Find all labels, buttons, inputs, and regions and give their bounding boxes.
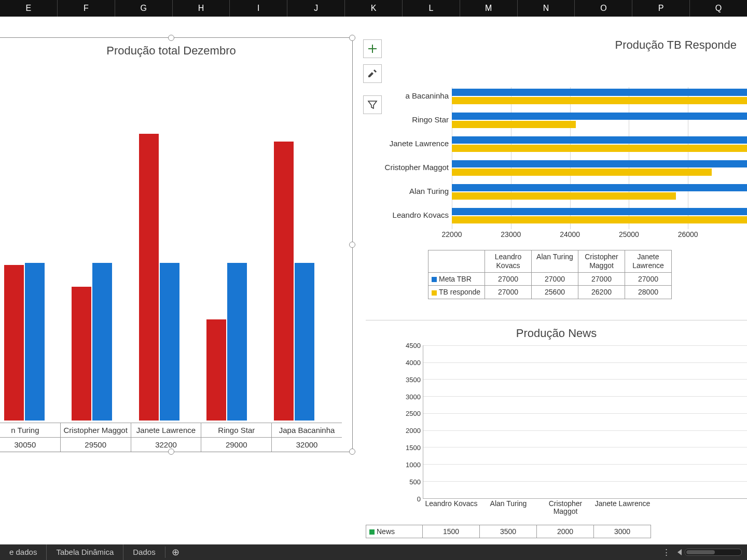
chart-plot-area[interactable] (423, 345, 747, 499)
data-value: 29000 (201, 438, 272, 452)
bar-tb-responde[interactable] (452, 169, 712, 176)
table-header (428, 250, 485, 273)
worksheet-area[interactable]: Produção total Dezembro (0, 17, 747, 544)
category-label: a Bacaninha (371, 91, 449, 100)
col-header[interactable]: E (0, 0, 58, 17)
col-header[interactable]: O (575, 0, 632, 17)
bar-series1[interactable] (4, 265, 24, 421)
chart-title: Produção News (366, 323, 747, 341)
legend-entry: Meta TBR (428, 273, 485, 286)
chart-title: Produção total Dezembro (0, 38, 352, 61)
col-header[interactable]: L (403, 0, 460, 17)
bar-tb-responde[interactable] (452, 97, 747, 104)
table-header: Leandro Kovacs (485, 250, 532, 273)
col-header[interactable]: N (518, 0, 575, 17)
sheet-tab-bar: e dados Tabela Dinâmica Dados ⊕ ⋮ (0, 544, 747, 560)
chart-title: Produção TB Responde (366, 38, 747, 52)
bar-meta-tbr[interactable] (452, 160, 747, 167)
col-header[interactable]: Q (690, 0, 747, 17)
data-value: 30050 (0, 438, 61, 452)
bar-tb-responde[interactable] (452, 121, 576, 128)
data-value: 26200 (578, 286, 625, 299)
category-label: Janete Lawrence (371, 139, 449, 148)
data-value: 2000 (537, 525, 594, 538)
resize-handle[interactable] (349, 449, 355, 455)
scroll-left-button[interactable] (677, 549, 682, 555)
col-header[interactable]: J (287, 0, 345, 17)
bar-meta-tbr[interactable] (452, 89, 747, 96)
col-header[interactable]: K (345, 0, 403, 17)
new-sheet-button[interactable]: ⊕ (165, 547, 186, 558)
bar-series2[interactable] (295, 263, 314, 421)
col-header[interactable]: F (58, 0, 115, 17)
x-axis-labels: Leandro Kovacs Alan Turing Cristopher Ma… (423, 500, 747, 517)
data-value: 1500 (423, 525, 480, 538)
chart-producao-news[interactable]: Produção News 450040003500 300025002000 … (366, 320, 747, 544)
category-label: Cristopher Maggot (61, 423, 131, 437)
category-label: Leandro Kovacs (371, 211, 449, 219)
bar-series2[interactable] (25, 263, 45, 421)
bar-series2[interactable] (160, 263, 179, 421)
col-header[interactable]: I (230, 0, 287, 17)
chart-producao-tb-responde[interactable]: Produção TB Responde a Bacaninha Ringo S… (366, 38, 747, 313)
sheet-tab[interactable]: Dados (123, 544, 164, 560)
col-header[interactable]: P (632, 0, 690, 17)
data-value: 27000 (578, 273, 625, 286)
data-value: 3500 (480, 525, 537, 538)
resize-handle[interactable] (349, 35, 355, 41)
category-label: Cristopher Maggot (371, 163, 449, 172)
bar-series1[interactable] (206, 319, 226, 421)
data-value: 27000 (485, 273, 532, 286)
resize-handle[interactable] (349, 242, 355, 248)
chart-data-table: Leandro Kovacs Alan Turing Cristopher Ma… (428, 250, 747, 299)
category-label: n Turing (0, 423, 61, 437)
category-label: Ringo Star (201, 423, 272, 437)
chart-data-table: News 1500 3500 2000 3000 (366, 525, 747, 538)
bar-meta-tbr[interactable] (452, 136, 747, 144)
data-value: 3000 (594, 525, 651, 538)
x-axis-ticks: 22000 23000 24000 25000 26000 (452, 230, 747, 242)
data-value: 27000 (485, 286, 532, 299)
data-value: 32200 (131, 438, 202, 452)
bar-meta-tbr[interactable] (452, 113, 747, 120)
category-label: Japa Bacaninha (272, 423, 342, 437)
legend-entry: TB responde (428, 286, 485, 299)
table-header: Alan Turing (532, 250, 578, 273)
category-label: Alan Turing (371, 187, 449, 195)
resize-handle[interactable] (168, 35, 174, 41)
table-header: Janete Lawrence (625, 250, 672, 273)
data-value: 29500 (61, 438, 131, 452)
table-header: Cristopher Maggot (578, 250, 625, 273)
data-value: 27000 (532, 273, 578, 286)
data-value: 32000 (272, 438, 342, 452)
bar-series2[interactable] (92, 263, 112, 421)
bar-series1[interactable] (72, 287, 91, 421)
bar-meta-tbr[interactable] (452, 184, 747, 191)
category-label: Ringo Star (371, 115, 449, 124)
legend-entry: News (366, 525, 423, 538)
bar-tb-responde[interactable] (452, 192, 676, 200)
bar-series1[interactable] (274, 142, 294, 421)
chart-plot-area[interactable] (0, 69, 342, 421)
sheet-tab[interactable]: Tabela Dinâmica (46, 544, 123, 560)
sheet-tab[interactable]: e dados (0, 544, 46, 560)
bar-meta-tbr[interactable] (452, 208, 747, 215)
bar-series1[interactable] (139, 134, 159, 421)
chart-producao-total[interactable]: Produção total Dezembro (0, 37, 353, 452)
bar-tb-responde[interactable] (452, 216, 747, 223)
category-label: Janete Lawrence (131, 423, 202, 437)
chart-data-table: n Turing Cristopher Maggot Janete Lawren… (0, 423, 342, 452)
column-header-row: E F G H I J K L M N O P Q (0, 0, 747, 17)
sheet-options-button[interactable]: ⋮ (659, 548, 674, 557)
col-header[interactable]: M (460, 0, 518, 17)
y-axis-ticks: 450040003500 300025002000 15001000500 0 (396, 345, 421, 499)
horizontal-scrollbar[interactable] (685, 549, 742, 556)
scrollbar-thumb[interactable] (686, 550, 715, 554)
data-value: 28000 (625, 286, 672, 299)
chart-gridlines (423, 345, 747, 498)
bar-tb-responde[interactable] (452, 145, 747, 152)
bar-series2[interactable] (227, 263, 247, 421)
col-header[interactable]: H (173, 0, 230, 17)
col-header[interactable]: G (115, 0, 173, 17)
data-value: 25600 (532, 286, 578, 299)
